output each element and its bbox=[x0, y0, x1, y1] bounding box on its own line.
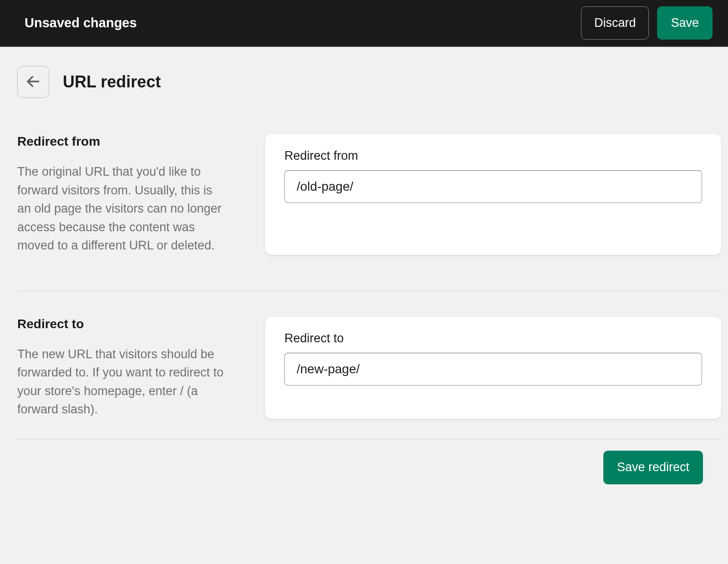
footer-actions: Save redirect bbox=[17, 439, 721, 484]
page-content: Redirect from The original URL that you'… bbox=[0, 98, 728, 484]
redirect-to-description: The new URL that visitors should be forw… bbox=[17, 345, 229, 419]
redirect-to-card: Redirect to bbox=[265, 317, 721, 419]
save-redirect-button[interactable]: Save redirect bbox=[603, 451, 703, 484]
redirect-to-label: Redirect to bbox=[284, 331, 702, 346]
redirect-to-section: Redirect to The new URL that visitors sh… bbox=[17, 317, 721, 419]
unsaved-changes-bar: Unsaved changes Discard Save bbox=[0, 0, 728, 47]
redirect-from-section: Redirect from The original URL that you'… bbox=[17, 134, 721, 255]
top-bar-actions: Discard Save bbox=[581, 6, 713, 40]
redirect-from-label: Redirect from bbox=[284, 149, 702, 163]
unsaved-changes-title: Unsaved changes bbox=[25, 15, 137, 30]
redirect-from-meta: Redirect from The original URL that you'… bbox=[17, 134, 247, 255]
page-title: URL redirect bbox=[63, 72, 161, 91]
arrow-left-icon bbox=[25, 73, 41, 91]
save-button[interactable]: Save bbox=[657, 6, 713, 40]
redirect-to-meta: Redirect to The new URL that visitors sh… bbox=[17, 317, 247, 419]
redirect-to-heading: Redirect to bbox=[17, 317, 229, 331]
discard-button[interactable]: Discard bbox=[581, 6, 649, 40]
page-header: URL redirect bbox=[0, 47, 728, 98]
redirect-from-card: Redirect from bbox=[265, 134, 721, 255]
redirect-to-input[interactable] bbox=[284, 353, 702, 386]
section-divider bbox=[17, 290, 721, 291]
redirect-from-description: The original URL that you'd like to forw… bbox=[17, 163, 229, 255]
redirect-from-input[interactable] bbox=[284, 170, 702, 203]
redirect-from-heading: Redirect from bbox=[17, 134, 229, 149]
back-button[interactable] bbox=[17, 66, 49, 98]
